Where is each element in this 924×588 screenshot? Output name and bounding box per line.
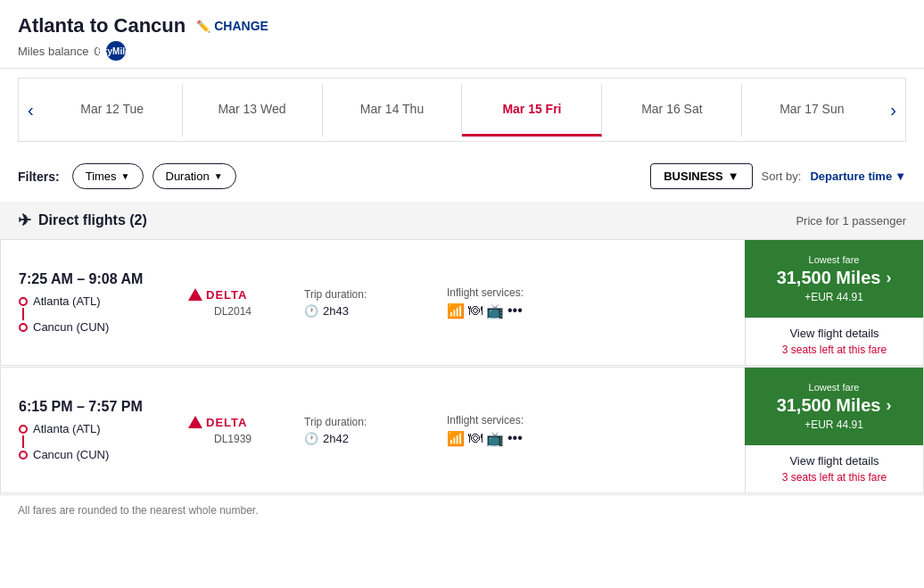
airline-logo-0: DELTA: [188, 288, 277, 302]
chevron-down-icon: ▼: [728, 170, 739, 183]
seats-left-1: 3 seats left at this fare: [758, 471, 911, 484]
duration-filter-button[interactable]: Duration ▼: [153, 163, 236, 189]
flight-time-0: 7:25 AM – 9:08 AM: [19, 271, 161, 287]
select-fare-button-1[interactable]: Lowest fare 31,500 Miles › +EUR 44.91: [745, 368, 923, 445]
miles-badge-icon: SkyMiles: [106, 41, 126, 61]
fare-eur-1: +EUR 44.91: [757, 418, 911, 431]
destination-stop-0: Cancun (CUN): [19, 320, 161, 334]
date-tab-5[interactable]: Mar 17 Sun: [742, 84, 881, 137]
chevron-down-icon: ▼: [214, 171, 223, 181]
fare-arrow-icon: ›: [886, 396, 891, 415]
fare-details-1: View flight details 3 seats left at this…: [745, 445, 923, 493]
filters-label: Filters:: [18, 170, 60, 184]
airline-name-1: DELTA: [206, 416, 247, 429]
service-icons-1: 📶 🍽 📺 •••: [447, 430, 581, 447]
route-connector-0: [22, 308, 24, 320]
date-tab-0[interactable]: Mar 12 Tue: [43, 84, 183, 137]
next-date-arrow[interactable]: ›: [881, 79, 905, 141]
flights-section-header: ✈ Direct flights (2) Price for 1 passeng…: [0, 202, 924, 239]
date-tab-1[interactable]: Mar 13 Wed: [183, 84, 323, 137]
airline-info-1: DELTA DL1939: [188, 416, 277, 445]
fare-miles-0: 31,500 Miles ›: [757, 268, 911, 288]
fare-lowest-1: Lowest fare: [757, 382, 911, 393]
airline-info-0: DELTA DL2014: [188, 288, 277, 318]
flight-time-route-0: 7:25 AM – 9:08 AM Atlanta (ATL) Cancun (…: [19, 271, 161, 334]
date-nav-container: ‹ Mar 12 Tue Mar 13 Wed Mar 14 Thu Mar 1…: [18, 78, 906, 142]
chevron-down-icon: ▼: [121, 171, 130, 181]
inflight-label-1: Inflight services:: [447, 414, 581, 427]
fare-miles-1: 31,500 Miles ›: [757, 395, 911, 416]
flight-card-1: 6:15 PM – 7:57 PM Atlanta (ATL) Cancun (…: [0, 367, 924, 493]
airline-name-0: DELTA: [206, 288, 247, 302]
page-title: Atlanta to Cancun: [18, 14, 186, 37]
flight-main-1: 6:15 PM – 7:57 PM Atlanta (ATL) Cancun (…: [1, 368, 745, 493]
delta-logo-icon: [188, 416, 202, 428]
page-wrapper: Atlanta to Cancun ✏️ CHANGE Miles balanc…: [0, 0, 924, 588]
page-header: Atlanta to Cancun ✏️ CHANGE Miles balanc…: [0, 0, 924, 69]
clock-icon: 🕐: [304, 304, 318, 318]
view-details-link-0[interactable]: View flight details: [758, 327, 911, 340]
pencil-icon: ✏️: [196, 20, 210, 33]
flight-number-1: DL1939: [188, 433, 277, 445]
route-line-0: Atlanta (ATL) Cancun (CUN): [19, 294, 161, 334]
origin-dot-0: [19, 297, 28, 306]
sort-label: Sort by:: [762, 170, 802, 183]
times-filter-button[interactable]: Times ▼: [72, 163, 144, 189]
destination-dot-1: [19, 451, 28, 460]
route-connector-1: [22, 435, 24, 448]
wifi-icon: 📶: [447, 302, 465, 319]
view-details-link-1[interactable]: View flight details: [758, 454, 911, 468]
fare-details-0: View flight details 3 seats left at this…: [745, 318, 923, 365]
origin-stop-1: Atlanta (ATL): [19, 422, 161, 435]
fare-eur-0: +EUR 44.91: [757, 291, 911, 303]
price-note: Price for 1 passenger: [796, 214, 906, 228]
origin-stop-0: Atlanta (ATL): [19, 294, 161, 308]
select-fare-button-0[interactable]: Lowest fare 31,500 Miles › +EUR 44.91: [745, 240, 923, 318]
miles-balance: Miles balance 0 SkyMiles: [18, 41, 906, 61]
seats-left-0: 3 seats left at this fare: [758, 344, 911, 356]
flight-time-1: 6:15 PM – 7:57 PM: [19, 399, 161, 415]
date-navigation: ‹ Mar 12 Tue Mar 13 Wed Mar 14 Thu Mar 1…: [0, 69, 924, 151]
date-tab-3[interactable]: Mar 15 Fri: [462, 84, 602, 137]
date-tab-2[interactable]: Mar 14 Thu: [323, 84, 463, 137]
inflight-services-1: Inflight services: 📶 🍽 📺 •••: [447, 414, 581, 447]
meal-icon: 🍽: [468, 302, 483, 319]
trip-duration-value-0: 🕐 2h43: [304, 304, 420, 318]
cabin-class-button[interactable]: BUSINESS ▼: [650, 163, 752, 189]
plane-icon: ✈: [18, 211, 31, 230]
date-tabs: Mar 12 Tue Mar 13 Wed Mar 14 Thu Mar 15 …: [43, 84, 882, 137]
flight-main-0: 7:25 AM – 9:08 AM Atlanta (ATL) Cancun (…: [1, 240, 745, 365]
flight-card-0: 7:25 AM – 9:08 AM Atlanta (ATL) Cancun (…: [0, 239, 924, 366]
prev-date-arrow[interactable]: ‹: [19, 79, 43, 141]
trip-duration-1: Trip duration: 🕐 2h42: [304, 416, 420, 445]
destination-stop-1: Cancun (CUN): [19, 448, 161, 461]
more-services-icon: •••: [507, 430, 523, 446]
entertainment-icon: 📺: [486, 430, 504, 447]
change-button[interactable]: ✏️ CHANGE: [196, 19, 268, 33]
meal-icon: 🍽: [468, 430, 483, 446]
fare-lowest-0: Lowest fare: [757, 254, 911, 265]
trip-duration-0: Trip duration: 🕐 2h43: [304, 288, 420, 318]
trip-duration-label-0: Trip duration:: [304, 288, 420, 301]
section-title: ✈ Direct flights (2): [18, 211, 147, 230]
destination-dot-0: [19, 323, 28, 332]
route-line-1: Atlanta (ATL) Cancun (CUN): [19, 422, 161, 461]
fare-box-0: Lowest fare 31,500 Miles › +EUR 44.91 Vi…: [745, 240, 923, 365]
delta-logo-icon: [188, 288, 202, 301]
filters-bar: Filters: Times ▼ Duration ▼ BUSINESS ▼ S…: [0, 151, 924, 202]
trip-duration-value-1: 🕐 2h42: [304, 432, 420, 445]
date-tab-4[interactable]: Mar 16 Sat: [602, 84, 742, 137]
sort-value-button[interactable]: Departure time ▼: [810, 170, 906, 183]
wifi-icon: 📶: [447, 430, 465, 447]
fare-box-1: Lowest fare 31,500 Miles › +EUR 44.91 Vi…: [745, 368, 923, 493]
origin-dot-1: [19, 425, 28, 434]
more-services-icon: •••: [507, 302, 523, 319]
flight-time-route-1: 6:15 PM – 7:57 PM Atlanta (ATL) Cancun (…: [19, 399, 161, 461]
flight-number-0: DL2014: [188, 305, 277, 318]
chevron-down-icon: ▼: [895, 170, 906, 183]
inflight-label-0: Inflight services:: [447, 286, 581, 299]
entertainment-icon: 📺: [486, 302, 504, 319]
trip-duration-label-1: Trip duration:: [304, 416, 420, 428]
airline-logo-1: DELTA: [188, 416, 277, 429]
clock-icon: 🕐: [304, 432, 318, 445]
